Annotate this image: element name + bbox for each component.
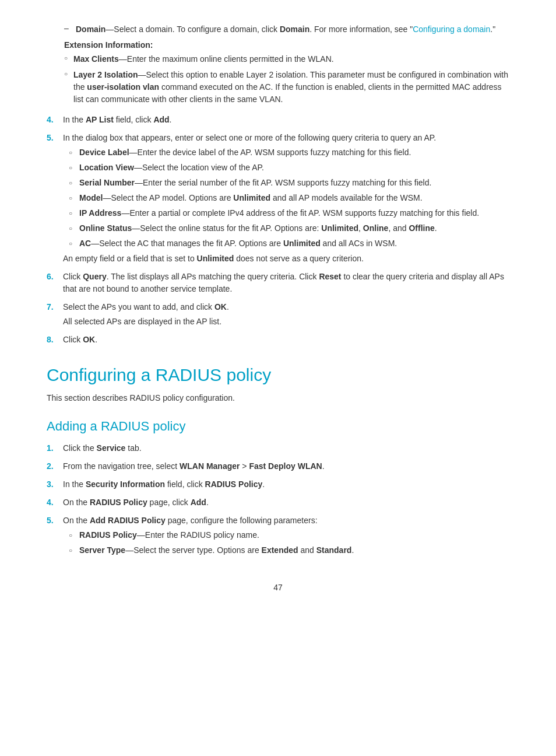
add-label-4: Add — [153, 115, 169, 124]
device-label-item: ○ Device Label—Enter the device label of… — [63, 146, 509, 159]
user-isolation-vlan: user-isolation vlan — [87, 82, 159, 92]
h2-step-2-num: 2. — [47, 460, 63, 473]
bullet-ac: ○ — [69, 239, 79, 248]
offline-label: Offline — [409, 223, 434, 233]
steps-list-top: 4. In the AP List field, click Add. 5. I… — [47, 114, 509, 346]
h1-radius-policy: Configuring a RADIUS policy — [47, 363, 509, 386]
radius-policy-link-label: RADIUS Policy — [205, 480, 263, 489]
bullet-online: ○ — [69, 224, 79, 233]
h2-step-5-content: On the Add RADIUS Policy page, configure… — [63, 514, 509, 559]
fast-deploy-label: Fast Deploy WLAN — [249, 461, 322, 471]
server-type-label: Server Type — [79, 545, 125, 555]
step-6-num: 6. — [47, 271, 63, 283]
h2-step-3: 3. In the Security Information field, cl… — [47, 478, 509, 491]
unlimited-online: Unlimited — [321, 223, 358, 233]
ip-content: IP Address—Enter a partial or complete I… — [79, 207, 509, 219]
main-content: – Domain—Select a domain. To configure a… — [47, 23, 509, 592]
ok-label-7: OK — [214, 302, 227, 312]
h2-step-5-sub-list: ○ RADIUS Policy—Enter the RADIUS policy … — [63, 529, 509, 556]
serial-content: Serial Number—Enter the serial number of… — [79, 177, 509, 189]
security-info-label: Security Information — [86, 480, 165, 489]
online-status-item: ○ Online Status—Select the online status… — [63, 222, 509, 235]
extension-info-label: Extension Information: — [47, 40, 509, 50]
model-content: Model—Select the AP model. Options are U… — [79, 192, 509, 204]
ac-item: ○ AC—Select the AC that manages the fit … — [63, 237, 509, 250]
h2-adding-radius: Adding a RADIUS policy — [47, 418, 509, 435]
query-label: Query — [83, 272, 106, 281]
ok-label-8: OK — [83, 335, 95, 344]
bullet-server-type: ○ — [69, 546, 79, 555]
unlimited-note: Unlimited — [197, 254, 234, 263]
step-4-content: In the AP List field, click Add. — [63, 114, 509, 126]
layer2-label: Layer 2 Isolation — [73, 70, 138, 79]
add-radius-page-label: Add RADIUS Policy — [90, 516, 166, 525]
step-7: 7. Select the APs you want to add, and c… — [47, 301, 509, 328]
step-8-num: 8. — [47, 334, 63, 346]
radius-policy-page-label: RADIUS Policy — [90, 498, 147, 507]
h2-step-5: 5. On the Add RADIUS Policy page, config… — [47, 514, 509, 559]
ip-bold: IP Address — [79, 208, 121, 218]
bullet-model: ○ — [69, 194, 79, 202]
bullet-location-view: ○ — [69, 163, 79, 172]
ap-list-label: AP List — [86, 115, 114, 124]
dash-symbol: – — [64, 23, 76, 36]
h2-step-4-num: 4. — [47, 496, 63, 509]
step-4: 4. In the AP List field, click Add. — [47, 114, 509, 126]
location-view-content: Location View—Select the location view o… — [79, 162, 509, 174]
wlan-manager-label: WLAN Manager — [180, 461, 240, 471]
layer2-content: Layer 2 Isolation—Select this option to … — [73, 69, 509, 106]
h2-step-3-content: In the Security Information field, click… — [63, 478, 509, 491]
domain-text: Domain—Select a domain. To configure a d… — [76, 23, 509, 36]
max-clients-item: ○ Max Clients—Enter the maximum online c… — [47, 53, 509, 65]
radius-policy-param: ○ RADIUS Policy—Enter the RADIUS policy … — [63, 529, 509, 541]
bullet-layer2: ○ — [64, 71, 73, 77]
serial-bold: Serial Number — [79, 178, 135, 187]
step-5-sub-list: ○ Device Label—Enter the device label of… — [63, 146, 509, 250]
server-type-content: Server Type—Select the server type. Opti… — [79, 544, 509, 556]
server-type-param: ○ Server Type—Select the server type. Op… — [63, 544, 509, 556]
device-label-bold: Device Label — [79, 148, 129, 157]
bullet-radius-policy: ○ — [69, 531, 79, 540]
h2-step-3-num: 3. — [47, 478, 63, 491]
serial-number-item: ○ Serial Number—Enter the serial number … — [63, 177, 509, 189]
h2-step-4-content: On the RADIUS Policy page, click Add. — [63, 496, 509, 509]
layer2-isolation-item: ○ Layer 2 Isolation—Select this option t… — [47, 69, 509, 106]
online-label: Online — [363, 223, 389, 233]
extension-list: ○ Max Clients—Enter the maximum online c… — [47, 53, 509, 106]
step-8-content: Click OK. — [63, 334, 509, 346]
h2-step-1-content: Click the Service tab. — [63, 442, 509, 454]
add-label-h2-4: Add — [191, 498, 206, 507]
radius-policy-param-content: RADIUS Policy—Enter the RADIUS policy na… — [79, 529, 509, 541]
h2-step-4: 4. On the RADIUS Policy page, click Add. — [47, 496, 509, 509]
bullet-device-label: ○ — [69, 148, 79, 157]
radius-policy-param-label: RADIUS Policy — [79, 530, 137, 540]
max-clients-label: Max Clients — [73, 54, 119, 64]
step-5: 5. In the dialog box that appears, enter… — [47, 132, 509, 265]
bullet-serial: ○ — [69, 178, 79, 187]
online-bold: Online Status — [79, 223, 132, 233]
step-5-content: In the dialog box that appears, enter or… — [63, 132, 509, 265]
step-6: 6. Click Query. The list displays all AP… — [47, 271, 509, 295]
h2-steps-list: 1. Click the Service tab. 2. From the na… — [47, 442, 509, 559]
step-7-content: Select the APs you want to add, and clic… — [63, 301, 509, 328]
service-tab-label: Service — [97, 443, 126, 453]
page-number: 47 — [47, 583, 509, 592]
location-view-item: ○ Location View—Select the location view… — [63, 162, 509, 174]
device-label-content: Device Label—Enter the device label of t… — [79, 146, 509, 159]
radius-policy-intro: This section describes RADIUS policy con… — [47, 392, 509, 404]
ac-bold: AC — [79, 239, 91, 248]
step-4-num: 4. — [47, 114, 63, 126]
model-item: ○ Model—Select the AP model. Options are… — [63, 192, 509, 204]
h2-step-1-num: 1. — [47, 442, 63, 454]
step-7-note: All selected APs are displayed in the AP… — [63, 316, 509, 328]
unlimited-ac: Unlimited — [283, 239, 321, 248]
extended-label: Extended — [262, 545, 298, 555]
ip-address-item: ○ IP Address—Enter a partial or complete… — [63, 207, 509, 219]
reset-label: Reset — [319, 272, 341, 281]
ext-info-text: Extension Information — [64, 40, 150, 50]
configuring-domain-link[interactable]: Configuring a domain — [413, 24, 490, 34]
domain-label: Domain — [76, 24, 105, 34]
standard-label: Standard — [316, 545, 352, 555]
h2-step-2: 2. From the navigation tree, select WLAN… — [47, 460, 509, 473]
online-content: Online Status—Select the online status f… — [79, 222, 509, 235]
